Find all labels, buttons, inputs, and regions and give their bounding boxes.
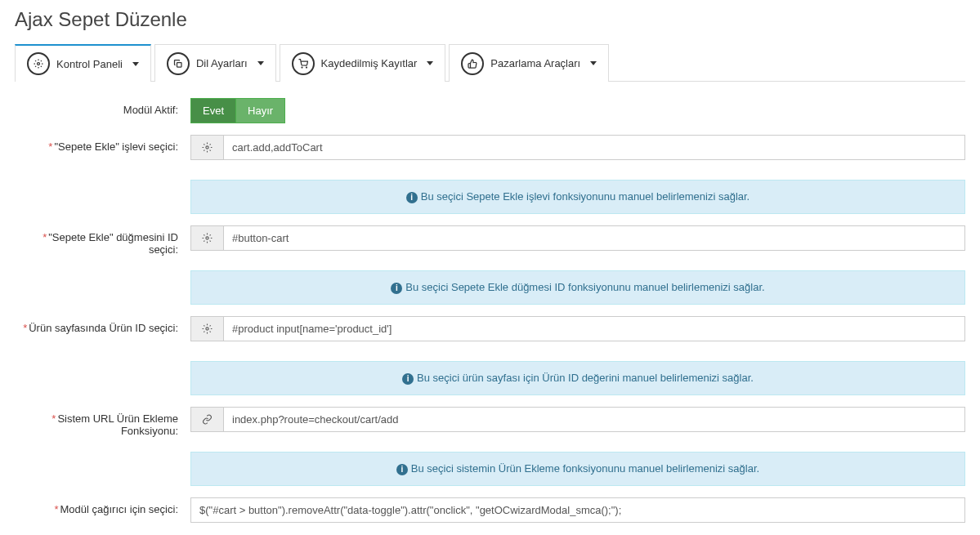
caret-down-icon (257, 61, 264, 65)
gear-icon (190, 316, 223, 341)
label-addtocart-func: *"Sepete Ekle" işlevi seçici: (15, 135, 190, 153)
tab-bar: Kontrol Paneli Dil Ayarları Kaydedilmiş … (15, 43, 965, 82)
tab-marketing-tools[interactable]: Pazarlama Araçları (449, 44, 609, 82)
label-system-url: *Sistem URL Ürün Ekleme Fonksiyonu: (15, 407, 190, 437)
tab-label: Kaydedilmiş Kayıtlar (321, 57, 418, 69)
copy-icon (167, 52, 190, 75)
link-icon (190, 407, 223, 432)
thumbs-up-icon (461, 52, 484, 75)
input-addtocart-btn[interactable] (223, 225, 965, 251)
label-module-active: Modül Aktif: (15, 98, 190, 116)
tab-language-settings[interactable]: Dil Ayarları (154, 44, 276, 82)
svg-rect-1 (177, 62, 181, 67)
help-addtocart-btn: iBu seçici Sepete Ekle düğmesi ID fonksi… (190, 270, 965, 305)
tab-control-panel[interactable]: Kontrol Paneli (15, 44, 151, 82)
help-addtocart-func: iBu seçici Sepete Ekle işlevi fonksiyonu… (190, 180, 965, 214)
input-product-id[interactable] (223, 316, 965, 341)
row-module-caller: *Modül çağırıcı için seçici: (15, 497, 965, 523)
row-addtocart-btn: *"Sepete Ekle" düğmesini ID seçici: iBu … (15, 225, 965, 305)
toggle-no-button[interactable]: Hayır (236, 98, 285, 123)
info-icon: i (406, 192, 418, 203)
gear-icon (190, 135, 223, 160)
svg-point-2 (302, 67, 302, 68)
svg-point-5 (206, 237, 208, 239)
info-icon: i (402, 373, 414, 385)
input-system-url[interactable] (223, 407, 965, 432)
toggle-yes-button[interactable]: Evet (190, 98, 236, 123)
caret-down-icon (590, 61, 597, 65)
label-addtocart-btn: *"Sepete Ekle" düğmesini ID seçici: (15, 225, 190, 256)
gear-icon (190, 225, 223, 251)
cart-icon (292, 52, 315, 75)
svg-point-4 (206, 146, 208, 149)
caret-down-icon (427, 61, 433, 65)
label-product-id: *Ürün sayfasında Ürün ID seçici: (15, 316, 190, 334)
tab-saved-records[interactable]: Kaydedilmiş Kayıtlar (280, 44, 446, 82)
page-title: Ajax Sepet Düzenle (15, 8, 965, 31)
row-system-url: *Sistem URL Ürün Ekleme Fonksiyonu: iBu … (15, 407, 965, 486)
toggle-module-active: Evet Hayır (190, 98, 285, 123)
tab-label: Pazarlama Araçları (490, 57, 580, 69)
gear-icon (27, 52, 50, 75)
label-module-caller: *Modül çağırıcı için seçici: (15, 497, 190, 515)
row-module-active: Modül Aktif: Evet Hayır (15, 98, 965, 123)
svg-point-0 (38, 63, 40, 65)
input-addtocart-func[interactable] (223, 135, 965, 160)
help-product-id: iBu seçici ürün sayfası için Ürün ID değ… (190, 361, 965, 395)
help-system-url: iBu seçici sistemin Ürün Ekleme fonksiyo… (190, 452, 965, 486)
svg-point-3 (306, 67, 307, 68)
caret-down-icon (132, 62, 139, 66)
input-module-caller[interactable] (190, 497, 965, 523)
row-addtocart-func: *"Sepete Ekle" işlevi seçici: iBu seçici… (15, 135, 965, 214)
tab-label: Kontrol Paneli (56, 58, 123, 70)
svg-point-6 (206, 328, 208, 330)
tab-label: Dil Ayarları (196, 57, 248, 69)
row-product-id: *Ürün sayfasında Ürün ID seçici: iBu seç… (15, 316, 965, 395)
info-icon: i (391, 283, 402, 294)
info-icon: i (396, 464, 408, 475)
